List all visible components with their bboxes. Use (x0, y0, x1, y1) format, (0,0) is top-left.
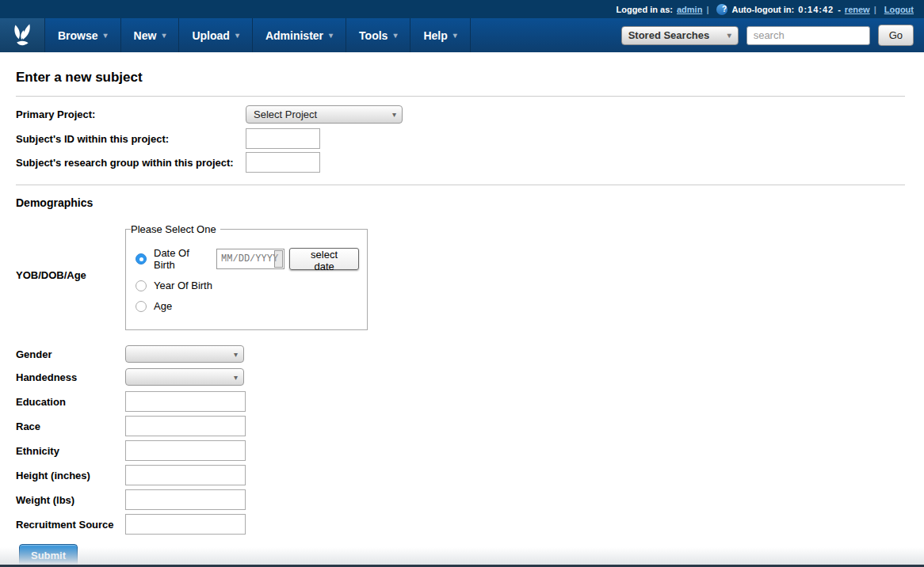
date-of-birth-input[interactable]: MM/DD/YYYY (216, 249, 284, 269)
research-group-label: Subject's research group within this pro… (16, 157, 246, 169)
research-group-row: Subject's research group within this pro… (16, 152, 905, 173)
race-row: Race (16, 416, 905, 436)
age-row: Age (136, 300, 359, 312)
nav-menu-browse[interactable]: Browse ▾ (45, 18, 121, 52)
main-content: Enter a new subject Primary Project: Sel… (0, 70, 924, 567)
help-icon[interactable]: ? (716, 4, 727, 15)
select-date-button[interactable]: select date (289, 248, 359, 270)
research-group-input[interactable] (246, 152, 320, 173)
handedness-label: Handedness (16, 371, 125, 383)
date-of-birth-radio[interactable] (136, 253, 147, 264)
year-of-birth-label: Year Of Birth (154, 280, 212, 291)
weight-input[interactable] (125, 489, 246, 510)
topbar-separator: | (706, 5, 708, 14)
subject-id-row: Subject's ID within this project: (16, 128, 905, 149)
handedness-select[interactable]: ▾ (125, 368, 244, 386)
chevron-down-icon: ▾ (235, 32, 239, 40)
age-radio[interactable] (136, 301, 147, 312)
gender-row: Gender ▾ (16, 345, 905, 363)
race-input[interactable] (125, 416, 246, 436)
nav-menu-upload[interactable]: Upload ▾ (179, 18, 252, 52)
chevron-down-icon: ▾ (234, 373, 238, 382)
demographics-heading: Demographics (16, 196, 905, 209)
topbar: Logged in as: admin | ? Auto-logout in: … (0, 0, 924, 18)
date-spinner-icon (274, 250, 283, 268)
nav-menu-label: Browse (58, 29, 98, 42)
topbar-separator: | (874, 5, 876, 14)
xnat-logo-icon (9, 22, 36, 49)
nav-menu-label: Upload (192, 29, 229, 42)
yob-dob-age-label: YOB/DOB/Age (16, 269, 125, 281)
date-of-birth-label: Date Of Birth (154, 247, 208, 271)
race-label: Race (16, 420, 125, 432)
primary-project-row: Primary Project: Select Project ▾ (16, 105, 905, 124)
date-mask-text: MM/DD/YYYY (221, 253, 278, 264)
navbar: Browse ▾ New ▾ Upload ▾ Administer ▾ Too… (0, 18, 924, 52)
help-icon-glyph: ? (722, 5, 727, 13)
nav-menu-label: New (134, 29, 157, 42)
divider (16, 185, 905, 185)
primary-project-label: Primary Project: (16, 108, 246, 120)
nav-menu-new[interactable]: New ▾ (121, 18, 180, 52)
search-input[interactable] (746, 26, 870, 45)
recruitment-source-label: Recruitment Source (16, 519, 125, 531)
xnat-logo[interactable] (0, 18, 45, 52)
height-row: Height (inches) (16, 465, 905, 485)
gender-label: Gender (16, 348, 125, 360)
autologout-timer: 0:14:42 (798, 5, 834, 14)
height-input[interactable] (125, 465, 246, 485)
year-of-birth-radio[interactable] (136, 280, 147, 291)
autologout-label: Auto-logout in: (731, 5, 794, 14)
primary-project-select[interactable]: Select Project ▾ (246, 105, 403, 124)
education-input[interactable] (125, 391, 246, 412)
education-row: Education (16, 391, 905, 412)
nav-menu-label: Help (423, 29, 447, 42)
handedness-row: Handedness ▾ (16, 368, 905, 386)
please-select-one-fieldset: Please Select One Date Of Birth MM/DD/YY… (125, 223, 368, 330)
gender-select[interactable]: ▾ (125, 345, 244, 363)
chevron-down-icon: ▾ (104, 32, 108, 40)
submit-button[interactable]: Submit (19, 544, 78, 567)
weight-label: Weight (lbs) (16, 494, 125, 506)
yob-dob-age-row: YOB/DOB/Age Please Select One Date Of Bi… (16, 219, 905, 330)
chevron-down-icon: ▾ (392, 110, 396, 119)
ethnicity-input[interactable] (125, 440, 246, 461)
stored-searches-select[interactable]: Stored Searches ▾ (621, 26, 739, 45)
navbar-right-controls: Stored Searches ▾ Go (621, 18, 924, 52)
chevron-down-icon: ▾ (453, 32, 457, 40)
year-of-birth-row: Year Of Birth (136, 280, 359, 291)
height-label: Height (inches) (16, 470, 125, 481)
chevron-down-icon: ▾ (234, 350, 238, 359)
fieldset-legend: Please Select One (131, 223, 220, 235)
renew-link[interactable]: renew (845, 5, 870, 14)
primary-project-value: Select Project (254, 108, 317, 120)
logout-link[interactable]: Logout (884, 5, 914, 14)
education-label: Education (16, 396, 125, 408)
chevron-down-icon: ▾ (329, 32, 333, 40)
subject-id-label: Subject's ID within this project: (16, 133, 246, 145)
nav-menu-help[interactable]: Help ▾ (410, 18, 470, 52)
chevron-down-icon: ▾ (727, 31, 731, 40)
subject-id-input[interactable] (246, 128, 320, 149)
date-of-birth-row: Date Of Birth MM/DD/YYYY select date (136, 247, 359, 271)
logged-in-as-label: Logged in as: (616, 5, 673, 14)
username-link[interactable]: admin (677, 5, 702, 14)
ethnicity-row: Ethnicity (16, 440, 905, 461)
recruitment-source-input[interactable] (125, 514, 246, 535)
stored-searches-value: Stored Searches (628, 29, 710, 41)
nav-menu-label: Tools (359, 29, 388, 42)
chevron-down-icon: ▾ (162, 32, 166, 40)
recruitment-source-row: Recruitment Source (16, 514, 905, 535)
project-section: Primary Project: Select Project ▾ Subjec… (16, 97, 905, 185)
nav-menu-tools[interactable]: Tools ▾ (346, 18, 410, 52)
chevron-down-icon: ▾ (393, 32, 397, 40)
age-label: Age (154, 300, 172, 312)
timer-dash: - (838, 5, 841, 14)
page-title: Enter a new subject (16, 70, 905, 86)
nav-menu-label: Administer (265, 29, 323, 42)
weight-row: Weight (lbs) (16, 489, 905, 510)
ethnicity-label: Ethnicity (16, 445, 125, 457)
nav-menu-administer[interactable]: Administer ▾ (253, 18, 346, 52)
go-button[interactable]: Go (878, 25, 914, 46)
